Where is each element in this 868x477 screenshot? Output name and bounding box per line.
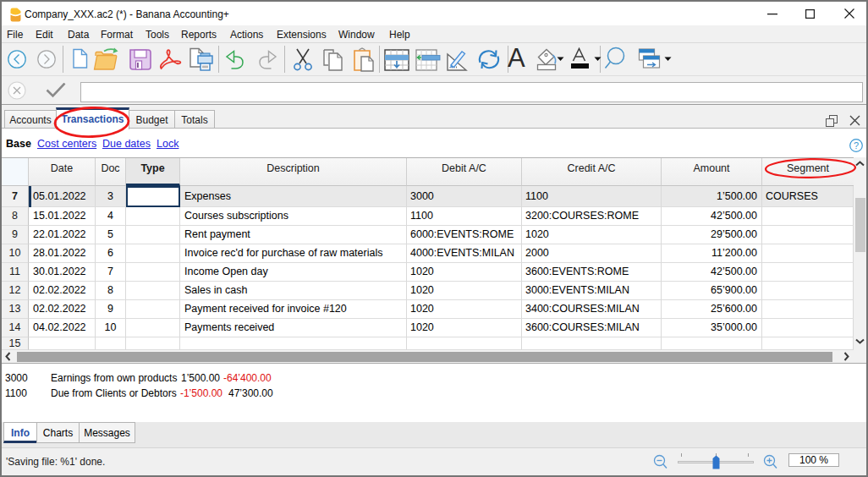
- svg-text:?: ?: [854, 140, 859, 151]
